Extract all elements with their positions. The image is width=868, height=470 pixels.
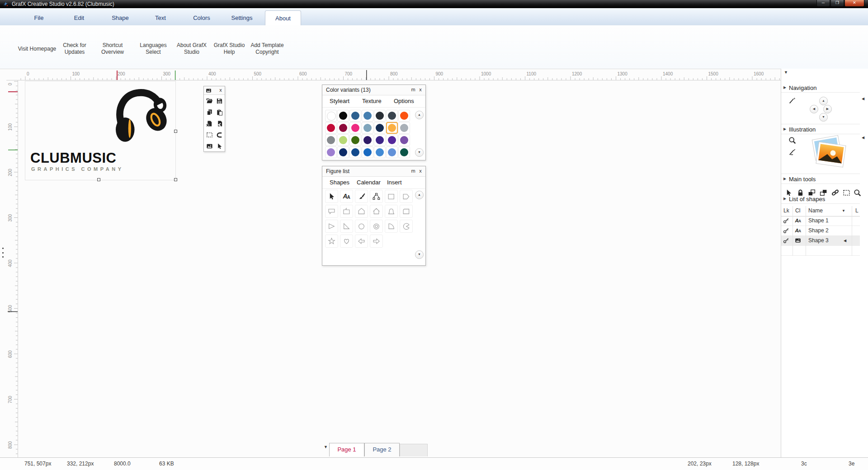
- color-swatch[interactable]: [386, 146, 398, 158]
- shape-tool-star-icon[interactable]: [325, 235, 338, 248]
- shape-tool-heart-icon[interactable]: [340, 235, 353, 248]
- sort-desc-icon[interactable]: ▼: [842, 209, 845, 213]
- shape-tool-brush-icon[interactable]: [355, 190, 368, 203]
- tab-styleart[interactable]: Styleart: [330, 98, 349, 104]
- color-swatch[interactable]: [337, 122, 349, 134]
- scroll-up-button[interactable]: ▲: [415, 191, 424, 199]
- section-list-of-shapes[interactable]: ▶ List of shapes: [781, 195, 860, 203]
- shape-tool-circle-icon[interactable]: [355, 220, 368, 233]
- pan-up-button[interactable]: ▲: [819, 97, 828, 105]
- shape-tool-square-icon[interactable]: [385, 190, 398, 203]
- color-swatch[interactable]: [325, 122, 337, 134]
- key-icon[interactable]: [783, 237, 789, 245]
- open-folder-icon[interactable]: [205, 96, 214, 106]
- close-button[interactable]: ✕: [844, 0, 864, 7]
- shape-tool-node-edit-icon[interactable]: [370, 190, 383, 203]
- collapse-left-icon[interactable]: ◀: [844, 239, 846, 243]
- menu-tab-settings[interactable]: Settings: [224, 10, 260, 25]
- shape-tool-pie-icon[interactable]: [400, 220, 413, 233]
- tab-options[interactable]: Options: [394, 98, 414, 104]
- mini-toolbar-titlebar[interactable]: x: [204, 86, 225, 95]
- title-bar[interactable]: GrafX Creative Studio v2.6.82 (Clubmusic…: [0, 0, 868, 8]
- cursor-icon[interactable]: [215, 141, 224, 151]
- menu-tab-text[interactable]: Text: [142, 10, 179, 25]
- ribbon-button-grafx-studio-help[interactable]: GrafX Studio Help: [208, 37, 251, 61]
- shape-tool-pentagon-icon[interactable]: [400, 190, 413, 203]
- shape-tool-folder-icon[interactable]: [400, 205, 413, 218]
- shape-tool-quarter-circle-icon[interactable]: [385, 220, 398, 233]
- minimize-panel-button[interactable]: m: [410, 87, 416, 92]
- pan-left-button[interactable]: ◀: [810, 105, 818, 113]
- page-tab-2[interactable]: Page 2: [364, 443, 400, 456]
- color-swatch[interactable]: [337, 146, 349, 158]
- shape-tool-arrow-left-icon[interactable]: [355, 235, 368, 248]
- document-canvas-object[interactable]: CLUBMUSIC GRAPHICS COMPANY: [25, 81, 175, 180]
- shape-tool-right-triangle-icon[interactable]: [340, 220, 353, 233]
- color-swatch[interactable]: [362, 134, 373, 146]
- color-variants-titlebar[interactable]: Color variants (13) m x: [322, 85, 425, 95]
- scroll-down-button[interactable]: ▼: [415, 148, 424, 157]
- copy-icon[interactable]: [205, 107, 214, 118]
- curve-icon[interactable]: [215, 130, 224, 140]
- shape-tool-house-plate-icon[interactable]: [355, 205, 368, 218]
- color-swatch[interactable]: [398, 122, 410, 134]
- collapse-left-icon[interactable]: ◀: [862, 97, 864, 101]
- paste-icon[interactable]: [215, 107, 224, 118]
- color-swatch[interactable]: [362, 110, 373, 122]
- color-swatch[interactable]: [325, 110, 337, 122]
- color-swatch[interactable]: [349, 110, 361, 122]
- ribbon-button-about-grafx-studio[interactable]: About GrafX Studio: [170, 37, 213, 61]
- color-swatch[interactable]: [349, 146, 361, 158]
- ribbon-button-add-template-copyright[interactable]: Add Template Copyright: [245, 37, 289, 61]
- selection-handle-corner[interactable]: [174, 178, 177, 181]
- color-swatch[interactable]: [398, 146, 410, 158]
- color-swatch[interactable]: [374, 134, 386, 146]
- close-panel-button[interactable]: x: [417, 87, 424, 92]
- color-swatch[interactable]: [325, 134, 337, 146]
- shape-tool-cursor-icon[interactable]: [325, 190, 338, 203]
- color-swatch[interactable]: [325, 146, 337, 158]
- section-navigation[interactable]: ▶ Navigation: [781, 84, 860, 92]
- color-swatch[interactable]: [386, 110, 398, 122]
- key-icon[interactable]: [783, 217, 789, 225]
- color-swatch[interactable]: [349, 134, 361, 146]
- page-dropdown-icon[interactable]: ▼: [324, 445, 328, 449]
- scroll-up-button[interactable]: ▲: [415, 111, 424, 119]
- panel-grip[interactable]: [2, 248, 4, 258]
- import-document-icon[interactable]: [215, 118, 224, 129]
- collapse-left-icon[interactable]: ◀: [862, 136, 864, 140]
- shape-tool-arch-icon[interactable]: [385, 205, 398, 218]
- selection-handle-bottom[interactable]: [97, 178, 100, 181]
- color-swatch[interactable]: [398, 134, 410, 146]
- selection-handle-right[interactable]: [174, 130, 177, 133]
- section-main-tools[interactable]: ▶ Main tools: [781, 175, 860, 183]
- page-tab-1-active[interactable]: Page 1: [329, 443, 364, 456]
- key-icon[interactable]: [783, 227, 789, 235]
- delete-document-icon[interactable]: [205, 118, 214, 129]
- color-swatch-selected[interactable]: [386, 122, 398, 134]
- menu-tab-shape[interactable]: Shape: [102, 10, 138, 25]
- mini-toolbar-close-icon[interactable]: x: [217, 87, 224, 93]
- color-swatch[interactable]: [398, 110, 410, 122]
- color-swatch[interactable]: [386, 134, 398, 146]
- tab-insert[interactable]: Insert: [387, 179, 402, 186]
- menu-tab-colors[interactable]: Colors: [184, 10, 220, 25]
- color-swatch[interactable]: [337, 110, 349, 122]
- magic-wand-icon[interactable]: [788, 97, 797, 105]
- color-swatch[interactable]: [374, 122, 386, 134]
- shape-row[interactable]: Shape 3 ◀: [781, 236, 860, 246]
- shape-tool-font-icon[interactable]: AA: [340, 190, 353, 203]
- marquee-icon[interactable]: [205, 130, 214, 140]
- color-swatch[interactable]: [362, 122, 373, 134]
- shape-tool-house-icon[interactable]: [370, 205, 383, 218]
- save-icon[interactable]: [215, 96, 224, 106]
- shape-row[interactable]: AA Shape 2: [781, 226, 860, 236]
- shape-tool-speech-bubble-icon[interactable]: [325, 205, 338, 218]
- dropdown-triangle-icon[interactable]: ▼: [784, 70, 788, 75]
- scroll-down-button[interactable]: ▼: [415, 250, 424, 259]
- image-icon[interactable]: [205, 141, 214, 151]
- tab-shapes[interactable]: Shapes: [330, 179, 349, 186]
- color-swatch[interactable]: [374, 110, 386, 122]
- close-panel-button[interactable]: x: [417, 168, 424, 174]
- ribbon-button-shortcut-overview[interactable]: Shortcut Overview: [91, 37, 134, 61]
